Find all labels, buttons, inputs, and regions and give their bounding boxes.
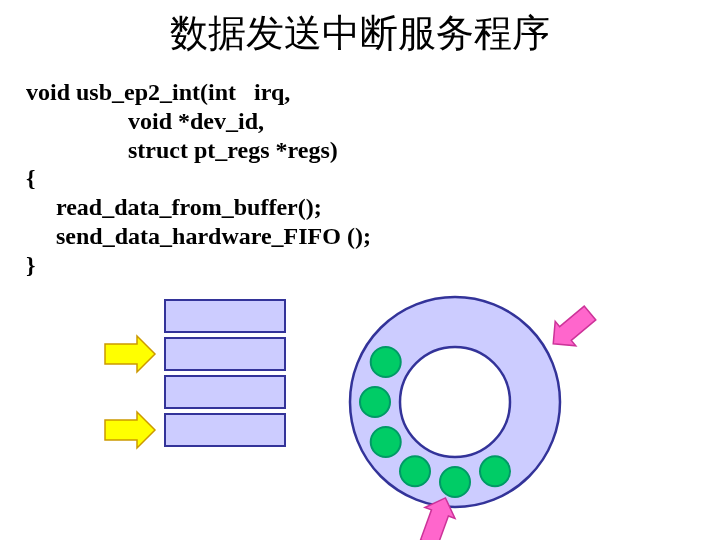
ring-slot-dot <box>400 456 430 486</box>
buffer-slot <box>165 376 285 408</box>
code-line: void *dev_id, <box>26 108 264 134</box>
ring-slot-dot <box>480 456 510 486</box>
arrow-icon <box>105 412 155 448</box>
svg-marker-0 <box>543 301 600 356</box>
code-line: void usb_ep2_int(int irq, <box>26 79 290 105</box>
arrow-icon <box>105 336 155 372</box>
code-line: { <box>26 165 35 191</box>
buffer-slot <box>165 300 285 332</box>
slide-title: 数据发送中断服务程序 <box>0 8 720 59</box>
diagram-svg <box>0 290 720 540</box>
buffer-slot <box>165 338 285 370</box>
ring-slot-dot <box>371 427 401 457</box>
code-block: void usb_ep2_int(int irq, void *dev_id, … <box>26 78 371 280</box>
code-line: read_data_from_buffer(); <box>26 194 322 220</box>
ring-slot-dot <box>440 467 470 497</box>
ring-slot-dot <box>371 347 401 377</box>
ring-hole <box>400 347 510 457</box>
code-line: send_data_hardware_FIFO (); <box>26 223 371 249</box>
buffer-slot <box>165 414 285 446</box>
arrow-icon <box>543 301 600 356</box>
code-line: } <box>26 252 35 278</box>
code-line: struct pt_regs *regs) <box>26 137 338 163</box>
ring-slot-dot <box>360 387 390 417</box>
